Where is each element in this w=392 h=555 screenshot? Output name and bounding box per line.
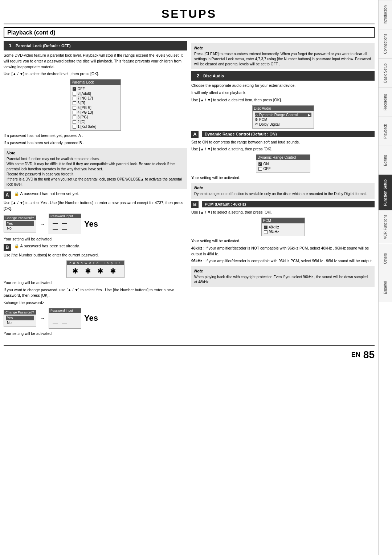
right-note-text: Press [CLEAR] to erase numbers entered i… bbox=[194, 52, 372, 67]
right-note-title: Note bbox=[194, 45, 372, 51]
page-number: 85 bbox=[363, 349, 375, 361]
checkbox-pg bbox=[73, 116, 76, 119]
pcm-sub-b: B PCM (Default : 48kHz) bbox=[191, 201, 375, 208]
yes-option-b: Yes bbox=[6, 316, 34, 320]
pcm-48-label: 48kHz bbox=[191, 246, 202, 250]
pw-dashes-b: — — — — bbox=[51, 314, 79, 327]
pcm-96: 96kHz bbox=[264, 230, 302, 234]
disc-audio-body2: It will only affect a disc playback. bbox=[191, 90, 375, 96]
pcm-note-text: When playing back disc with copyright pr… bbox=[194, 275, 372, 285]
disc-audio-menu: Disc Audio A Dynamic Range Control ▶ B P… bbox=[252, 105, 314, 129]
checkbox-48: ✓ bbox=[264, 226, 268, 229]
main-content: SETUPS Playback (cont d) 1 Parental Lock… bbox=[0, 0, 378, 555]
parental-lock-body: Some DVD-video feature a parental lock l… bbox=[4, 53, 187, 70]
tab-basic-setup[interactable]: Basic Setup bbox=[379, 58, 392, 88]
password-display-b: Change Password? Yes No → Password Input… bbox=[4, 308, 187, 329]
password-display-a: Change Password? Yes No → Password Input… bbox=[4, 214, 187, 234]
page-container: SETUPS Playback (cont d) 1 Parental Lock… bbox=[0, 0, 392, 555]
password-input-box-b: Password Input — — — — bbox=[49, 308, 81, 329]
en-label: EN bbox=[351, 351, 360, 358]
tab-connections[interactable]: Connections bbox=[379, 29, 392, 58]
lock-icon-a: 🔒 bbox=[14, 191, 19, 196]
checkbox-drc-off bbox=[258, 167, 262, 171]
drc-note-title: Note bbox=[194, 185, 372, 191]
tab-espanol[interactable]: Español bbox=[379, 273, 392, 302]
section-header-text: Playback (cont d) bbox=[7, 29, 55, 36]
pcm-96-label: 96kHz bbox=[191, 259, 202, 263]
pw-input-title-a: Password Input bbox=[49, 214, 81, 218]
pcm-96-text: : If your amplifier/decoder is compatibl… bbox=[203, 259, 372, 263]
tab-editing[interactable]: Editing bbox=[379, 146, 392, 175]
parental-lock-header: 1 Parental Lock (Default : OFF) bbox=[4, 41, 187, 50]
disc-audio-menu-title: Disc Audio bbox=[253, 106, 314, 111]
tab-introduction[interactable]: Introduction bbox=[379, 0, 392, 29]
drc-menu: Dynamic Range Control ✓ ON OFF bbox=[256, 154, 310, 173]
parental-lock-title: Parental Lock (Default : OFF) bbox=[16, 44, 71, 48]
letter-badge-pcm-b: B bbox=[191, 201, 199, 208]
two-column-layout: 1 Parental Lock (Default : OFF) Some DVD… bbox=[4, 41, 375, 338]
menu-item-nc17: 7 [NC 17] bbox=[73, 96, 118, 101]
pcm-note-title: Note bbox=[194, 268, 372, 274]
section-number-1: 1 bbox=[7, 42, 14, 49]
menu-item-g: 2 [G] bbox=[73, 119, 118, 124]
asterisk-pw-title: Password Input bbox=[67, 261, 124, 265]
sub-a-section: A 🔒 A password has not been set yet. bbox=[4, 191, 187, 199]
menu-item-off: ✓ OFF bbox=[73, 86, 118, 91]
parental-lock-menu: Parental Lock ✓ OFF 8 [Adult] 7 [NC 17] bbox=[70, 79, 121, 131]
pcm-note-box: Note When playing back disc with copyrig… bbox=[191, 266, 375, 287]
change-pw-title-a: Change Password? bbox=[4, 216, 36, 220]
drc-title: Dynamic Range Control (Default : ON) bbox=[205, 132, 277, 136]
pcm-48: ✓ 48kHz bbox=[264, 225, 302, 230]
tab-function-setup[interactable]: Function Setup bbox=[379, 175, 392, 210]
drc-on: ✓ ON bbox=[258, 162, 308, 166]
drc-sub-a: A Dynamic Range Control (Default : ON) bbox=[191, 131, 375, 138]
section-header: Playback (cont d) bbox=[4, 27, 375, 38]
pcm-menu-title: PCM bbox=[262, 218, 305, 223]
sub-b-label: A password has been set already. bbox=[20, 244, 79, 248]
parental-lock-menu-title: Parental Lock bbox=[70, 80, 121, 85]
asterisks: ✱ ✱ ✱ ✱ bbox=[72, 267, 118, 275]
checkbox-adult bbox=[73, 92, 76, 96]
sub-b-activated: Your setting will be activated. bbox=[4, 280, 187, 286]
tab-playback[interactable]: Playback bbox=[379, 117, 392, 146]
pcm-activated: Your setting will be activated. bbox=[191, 238, 375, 244]
letter-badge-a: A bbox=[4, 191, 11, 199]
pw-dashes-a: — — — — bbox=[51, 219, 79, 232]
yes-big-a: Yes bbox=[84, 219, 98, 229]
proceed-a-text: If a password has not been set yet, proc… bbox=[4, 133, 187, 139]
parental-lock-instruction: Use [▲ / ▼] to select the desired level … bbox=[4, 71, 187, 77]
disc-audio-title: Disc Audio bbox=[203, 74, 224, 78]
left-column: 1 Parental Lock (Default : OFF) Some DVD… bbox=[4, 41, 187, 338]
pcm-header: PCM (Default : 48kHz) bbox=[202, 201, 375, 207]
arrow-b: → bbox=[40, 315, 45, 321]
yes-option-a: Yes bbox=[6, 221, 34, 226]
sidebar-tabs: Introduction Connections Basic Setup Rec… bbox=[378, 0, 392, 555]
checkbox-g bbox=[73, 120, 76, 124]
sub-a-activated: Your setting will be activated. bbox=[4, 236, 187, 242]
tab-others[interactable]: Others bbox=[379, 244, 392, 273]
sub-b-section: B 🔒 A password has been set already. bbox=[4, 244, 187, 251]
change-pw-note: <change the password> bbox=[4, 300, 187, 306]
drc-header: Dynamic Range Control (Default : ON) bbox=[202, 131, 375, 137]
parental-lock-note: Note Parental lock function may not be a… bbox=[4, 148, 187, 189]
right-column: Note Press [CLEAR] to erase numbers ente… bbox=[191, 41, 375, 338]
change-password-box-b: Change Password? Yes No bbox=[4, 310, 36, 327]
letter-badge-b: B bbox=[4, 244, 11, 251]
tab-vcr-functions[interactable]: VCR Functions bbox=[379, 210, 392, 243]
checkbox-kidsafe bbox=[73, 125, 76, 129]
checkbox-off: ✓ bbox=[73, 87, 76, 91]
menu-item-adult: 8 [Adult] bbox=[73, 91, 118, 96]
drc-body: Set to ON to compress the range between … bbox=[191, 139, 375, 145]
menu-item-r: 6 [R] bbox=[73, 101, 118, 105]
change-pw-title-b: Change Password? bbox=[4, 310, 36, 315]
pcm-info1: 48kHz : If your amplifier/decoder is NOT… bbox=[191, 246, 375, 257]
tab-recording[interactable]: Recording bbox=[379, 88, 392, 117]
da-item-drc: A Dynamic Range Control ▶ bbox=[255, 113, 311, 117]
checkbox-on: ✓ bbox=[258, 162, 262, 166]
note-title-1: Note bbox=[7, 150, 184, 156]
disc-audio-instruction: Use [▲ / ▼] to select a desired item, th… bbox=[191, 97, 375, 103]
letter-badge-drc-a: A bbox=[191, 131, 199, 138]
drc-off: OFF bbox=[258, 166, 308, 171]
no-option-a: No bbox=[6, 226, 34, 231]
pcm-instruction: Use [▲ / ▼] to select a setting, then pr… bbox=[191, 210, 375, 215]
